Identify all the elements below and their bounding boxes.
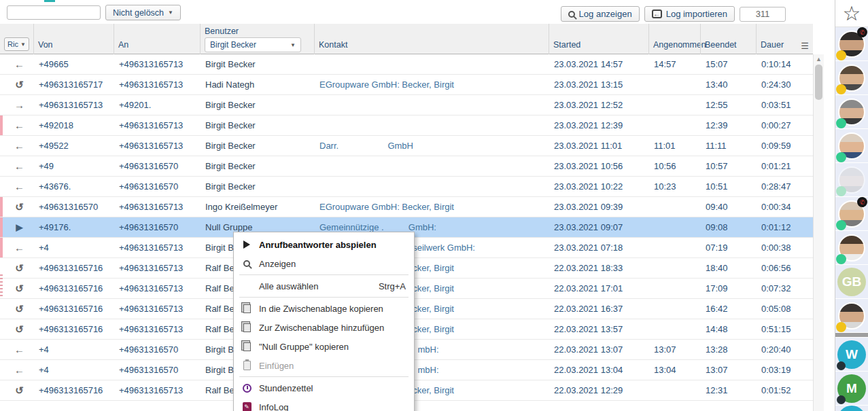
cell-an: +496313165713 xyxy=(114,304,200,314)
contact-4[interactable] xyxy=(835,129,868,162)
deleted-filter-dropdown[interactable]: Nicht gelösch ▼ xyxy=(105,5,181,20)
contact-6[interactable]: ✆ xyxy=(835,197,868,230)
cell-kontakt[interactable]: EGroupware GmbH: Becker, Birgit xyxy=(314,79,549,90)
menu-item-anrufbeantworter-abspielen[interactable]: Anrufbeantworter abspielen xyxy=(234,235,414,254)
cell-dauer: 0:28:47 xyxy=(756,181,813,192)
menu-shortcut: Strg+A xyxy=(379,281,406,291)
cell-von: +496313165716 xyxy=(33,304,114,314)
menu-item-infolog[interactable]: ✎ InfoLog xyxy=(234,397,414,411)
header-beendet[interactable]: Beendet xyxy=(700,24,756,55)
cell-dauer: 0:00:38 xyxy=(756,243,813,253)
cell-beendet: 11:11 xyxy=(700,141,756,151)
column-selection-icon[interactable]: ☰ xyxy=(801,41,809,51)
cell-started: 22.03.2021 16:37 xyxy=(549,304,648,314)
cell-started: 23.03.2021 12:52 xyxy=(549,100,648,110)
cell-dauer: 0:00:34 xyxy=(756,202,813,212)
call-log-app: Nicht gelösch ▼ Log anzeigen ← Log impor… xyxy=(0,0,868,411)
header-started[interactable]: Started xyxy=(549,24,648,55)
table-row[interactable]: ← +49522 +496313165713 Birgit Becker Dar… xyxy=(0,136,813,156)
menu-separator xyxy=(239,297,409,298)
cell-started: 22.03.2021 13:04 xyxy=(549,365,648,375)
contact-7[interactable] xyxy=(835,231,868,264)
menu-item-einf-gen[interactable]: Einfügen xyxy=(234,356,414,375)
cell-an: +496313165713 xyxy=(114,263,200,273)
cell-beendet: 13:28 xyxy=(700,344,756,355)
cell-beendet: 12:31 xyxy=(700,385,756,395)
menu-item-stundenzettel[interactable]: Stundenzettel xyxy=(234,378,414,397)
cell-angenommen: 10:56 xyxy=(648,161,700,171)
cell-kontakt[interactable]: EGroupware GmbH: Becker, Birgit xyxy=(314,202,549,212)
cell-benutzer: Birgit Becker xyxy=(200,141,314,151)
cell-started: 22.03.2021 13:57 xyxy=(549,324,648,334)
cell-dauer: 0:03:51 xyxy=(756,100,813,110)
user-filter-select[interactable]: Birgit Becker ▼ xyxy=(205,37,301,52)
scroll-up-icon[interactable]: ▲ xyxy=(814,56,824,62)
header-an[interactable]: An xyxy=(114,24,200,55)
table-row[interactable]: ↺ +496313165717 +496313165713 Hadi Nateg… xyxy=(0,75,813,95)
cell-started: 22.03.2021 17:01 xyxy=(549,283,648,293)
vertical-scrollbar[interactable]: ▲ xyxy=(813,54,824,411)
contact-3[interactable] xyxy=(835,95,868,128)
cell-von: +496313165713 xyxy=(33,100,114,110)
cell-beendet: 18:40 xyxy=(700,263,756,273)
table-row[interactable]: → +496313165713 +49201. Birgit Becker 23… xyxy=(0,95,813,115)
menu-item-null-gruppe-kopieren[interactable]: "Null Gruppe" kopieren xyxy=(234,337,414,356)
cell-beendet: 16:42 xyxy=(700,304,756,314)
header-richtung[interactable]: Ric ▼ xyxy=(0,24,33,55)
benutzer-label: Benutzer xyxy=(205,26,239,36)
sort-caret-icon: ▼ xyxy=(20,41,26,48)
table-row[interactable]: ← +43676. +49631316570 Birgit Becker 23.… xyxy=(0,177,813,197)
contact-m[interactable]: M xyxy=(835,372,868,405)
cell-started: 23.03.2021 09:07 xyxy=(549,222,648,232)
resize-grip[interactable] xyxy=(0,274,3,298)
cell-dauer: 0:05:08 xyxy=(756,304,813,314)
cell-kontakt[interactable]: Darr. GmbH xyxy=(314,141,549,151)
header-kontakt[interactable]: Kontakt xyxy=(314,24,549,55)
cell-an: +49631316570 xyxy=(114,222,200,232)
on-call-badge-icon: ✆ xyxy=(857,27,867,37)
log-import-button[interactable]: ← Log importieren xyxy=(644,6,735,22)
table-header: Ric ▼ Von An Benutzer Birgit Becker ▼ Ko… xyxy=(0,24,813,54)
cell-von: +496313165716 xyxy=(33,385,114,395)
cell-kontakt[interactable]: Gemeinnützige . GmbH: xyxy=(314,222,549,232)
incoming-call-icon: ← xyxy=(0,344,33,355)
cell-von: +43676. xyxy=(33,181,114,192)
incoming-call-icon: ← xyxy=(0,59,33,69)
cell-started: 23.03.2021 10:56 xyxy=(549,161,648,171)
cell-benutzer: Ingo Kreißelmeyer xyxy=(200,202,314,212)
table-row[interactable]: ← +49 +49631316570 Birgit Becker 23.03.2… xyxy=(0,156,813,177)
menu-item-anzeigen[interactable]: Anzeigen xyxy=(234,254,414,273)
cell-von: +49631316570 xyxy=(33,202,114,212)
contact-partial[interactable] xyxy=(835,406,868,411)
offline-badge xyxy=(837,395,846,404)
search-input[interactable] xyxy=(7,5,101,20)
menu-item-zur-zwischenablage-hinzuf-gen[interactable]: Zur Zwischenablage hinzufügen xyxy=(234,318,414,337)
incoming-call-icon: ← xyxy=(0,365,33,375)
cell-beendet: 14:48 xyxy=(700,324,756,334)
menu-item-alle-ausw-hlen[interactable]: Alle auswählen Strg+A xyxy=(234,276,414,296)
cell-dauer: 0:09:59 xyxy=(756,141,813,151)
cell-dauer: 0:06:56 xyxy=(756,263,813,273)
scrollbar-thumb[interactable] xyxy=(815,65,822,100)
cell-started: 23.03.2021 11:01 xyxy=(549,141,648,151)
contact-5[interactable] xyxy=(835,163,868,196)
row-count-field[interactable]: 311 xyxy=(740,7,786,22)
favorites-star-button[interactable]: ☆ xyxy=(835,0,868,27)
header-angenommen[interactable]: Angenommen xyxy=(648,24,700,55)
log-show-button[interactable]: Log anzeigen xyxy=(561,6,640,22)
redirected-call-icon: ↺ xyxy=(0,283,33,293)
cell-dauer: 0:03:19 xyxy=(756,365,813,375)
redirected-call-icon: ↺ xyxy=(0,79,33,90)
table-row[interactable]: ↺ +49631316570 +496313165713 Ingo Kreiße… xyxy=(0,197,813,217)
table-row[interactable]: ← +49665 +496313165713 Birgit Becker 23.… xyxy=(0,54,813,75)
contact-8[interactable] xyxy=(835,299,868,332)
cell-dauer: 0:01:12 xyxy=(756,222,813,232)
contact-1[interactable]: ✆ xyxy=(835,27,868,60)
header-dauer[interactable]: Dauer ☰ xyxy=(756,24,813,55)
table-row[interactable]: ← +492018 +496313165713 Birgit Becker 23… xyxy=(0,115,813,136)
menu-item-in-die-zwischenablage-kopieren[interactable]: In die Zwischenablage kopieren xyxy=(234,299,414,318)
header-von[interactable]: Von xyxy=(33,24,114,55)
contact-gb[interactable]: GB xyxy=(835,265,868,298)
contact-2[interactable] xyxy=(835,61,868,94)
contact-w[interactable]: W xyxy=(835,338,868,371)
